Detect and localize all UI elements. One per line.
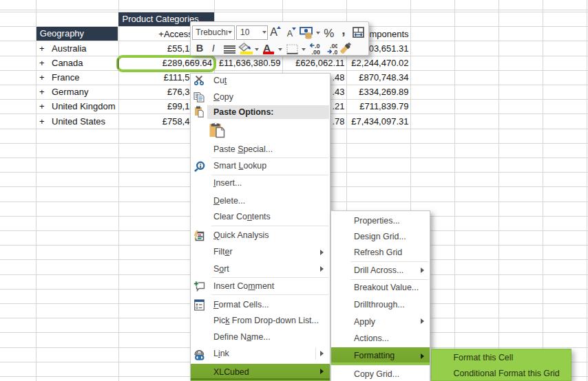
svg-text:.00: .00 (312, 49, 321, 54)
svg-text:.0: .0 (333, 49, 337, 54)
